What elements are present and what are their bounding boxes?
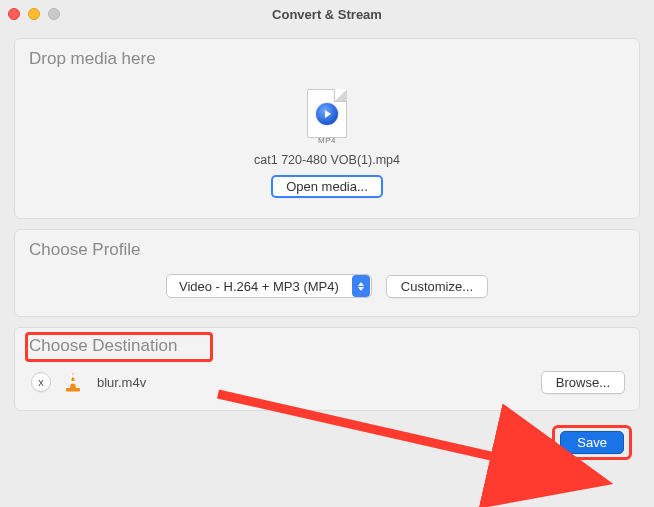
choose-profile-panel: Choose Profile Video - H.264 + MP3 (MP4)… — [14, 229, 640, 317]
drop-media-panel: Drop media here MP4 cat1 720-480 VOB(1).… — [14, 38, 640, 219]
destination-file-name: blur.m4v — [95, 375, 531, 390]
svg-marker-0 — [70, 372, 76, 388]
quicktime-icon — [316, 103, 338, 125]
choose-profile-title: Choose Profile — [29, 240, 625, 260]
profile-select-value: Video - H.264 + MP3 (MP4) — [167, 279, 351, 294]
browse-destination-button[interactable]: Browse... — [541, 371, 625, 394]
profile-select[interactable]: Video - H.264 + MP3 (MP4) — [166, 274, 372, 298]
svg-rect-2 — [70, 381, 76, 384]
titlebar: Convert & Stream — [0, 0, 654, 28]
customize-profile-button[interactable]: Customize... — [386, 275, 488, 298]
save-button[interactable]: Save — [560, 431, 624, 454]
open-media-button[interactable]: Open media... — [271, 175, 383, 198]
svg-rect-3 — [66, 388, 80, 392]
footer-bar: Save — [14, 421, 640, 454]
choose-destination-title: Choose Destination — [29, 336, 625, 356]
clear-destination-button[interactable]: x — [31, 372, 51, 392]
choose-destination-panel: Choose Destination x blur.m4v Browse... — [14, 327, 640, 411]
svg-rect-1 — [71, 375, 76, 377]
maximize-window-button — [48, 8, 60, 20]
vlc-cone-icon — [61, 370, 85, 394]
dropped-file-name: cat1 720-480 VOB(1).mp4 — [254, 153, 400, 167]
content: Drop media here MP4 cat1 720-480 VOB(1).… — [0, 28, 654, 468]
close-window-button[interactable] — [8, 8, 20, 20]
media-file-icon: MP4 — [303, 89, 351, 145]
window-title: Convert & Stream — [0, 7, 654, 22]
drop-area[interactable]: MP4 cat1 720-480 VOB(1).mp4 Open media..… — [29, 77, 625, 200]
stepper-icon — [352, 275, 370, 297]
traffic-lights — [8, 8, 60, 20]
drop-media-title: Drop media here — [29, 49, 625, 69]
minimize-window-button[interactable] — [28, 8, 40, 20]
